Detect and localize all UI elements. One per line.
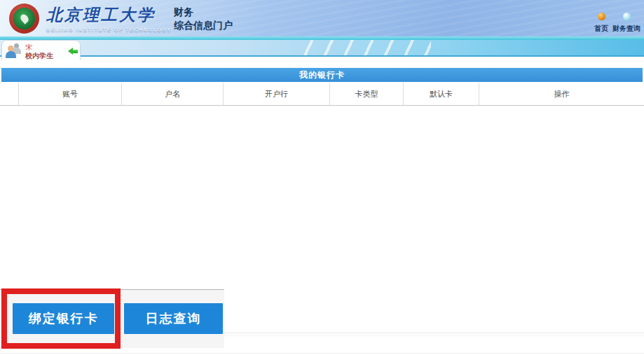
nav-home-label: 首页 bbox=[594, 24, 608, 34]
finance-query-ball-icon bbox=[623, 13, 631, 20]
divider-line bbox=[223, 333, 644, 333]
table-col-card-type: 卡类型 bbox=[329, 83, 403, 105]
logo-dove-glyph bbox=[18, 13, 29, 24]
divider-line bbox=[223, 335, 644, 336]
portal-title: 财务 综合信息门户 bbox=[174, 6, 233, 32]
university-name-cn: 北京理工大学 bbox=[46, 4, 172, 26]
home-ball-icon bbox=[598, 13, 605, 20]
redacted-name-blur bbox=[33, 45, 44, 51]
user-tab[interactable]: 宋 校内学生 bbox=[1, 40, 81, 60]
user-role: 校内学生 bbox=[25, 51, 53, 61]
page-bottom-divider bbox=[0, 353, 644, 354]
log-query-button[interactable]: 日志查询 bbox=[124, 303, 223, 334]
arrow-triangle bbox=[68, 48, 73, 55]
tab-strip-decoration bbox=[301, 40, 431, 55]
bank-card-table-header: 账号 户名 开户行 卡类型 默认卡 操作 bbox=[0, 83, 644, 106]
table-col-default-card: 默认卡 bbox=[403, 83, 479, 105]
university-name-en: BEIJING INSTITUTE OF TECHNOLOGY bbox=[46, 27, 172, 32]
collapse-arrow-icon[interactable] bbox=[68, 48, 78, 55]
table-col-account-name: 户名 bbox=[121, 83, 223, 105]
portal-title-line1: 财务 bbox=[174, 6, 233, 19]
table-col-bank: 开户行 bbox=[223, 83, 329, 105]
nav-finance-query[interactable]: 财务查询 bbox=[607, 13, 644, 34]
university-logo-icon bbox=[9, 4, 39, 34]
page: 北京理工大学 BEIJING INSTITUTE OF TECHNOLOGY 财… bbox=[0, 0, 644, 355]
university-name-block: 北京理工大学 BEIJING INSTITUTE OF TECHNOLOGY bbox=[46, 4, 172, 32]
header: 北京理工大学 BEIJING INSTITUTE OF TECHNOLOGY 财… bbox=[0, 0, 644, 36]
logo-inner-circle bbox=[13, 8, 35, 29]
portal-title-line2: 综合信息门户 bbox=[174, 19, 233, 32]
table-col-account-number: 账号 bbox=[18, 83, 121, 105]
table-col-operation: 操作 bbox=[479, 83, 644, 105]
panel-title-bar: 我的银行卡 bbox=[1, 68, 643, 82]
nav-finance-query-label: 财务查询 bbox=[612, 24, 640, 34]
bind-bank-card-button[interactable]: 绑定银行卡 bbox=[13, 303, 114, 334]
table-col-index bbox=[0, 83, 18, 105]
tab-strip bbox=[0, 40, 644, 57]
arrow-tail bbox=[73, 50, 78, 53]
avatar-front-body bbox=[6, 51, 16, 58]
user-avatar-icon bbox=[6, 43, 22, 59]
